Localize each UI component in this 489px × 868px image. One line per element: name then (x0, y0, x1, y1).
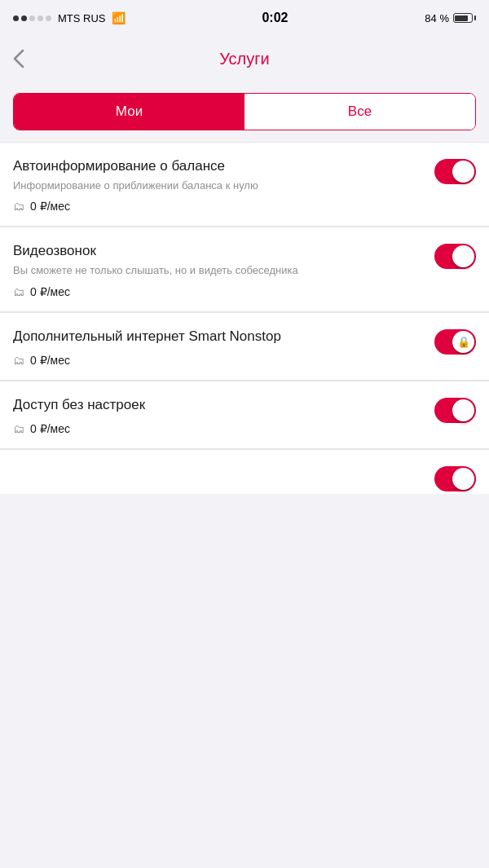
battery-tip (474, 15, 476, 20)
signal-dot-4 (37, 15, 43, 21)
service-text-3: Дополнительный интернет Smart Nonstop 🗂 … (13, 328, 434, 367)
service-text-5 (13, 465, 425, 481)
battery-fill (455, 15, 468, 21)
service-group-5 (0, 449, 489, 494)
carrier-text: MTS RUS (58, 12, 106, 24)
signal-dot-3 (29, 15, 35, 21)
toggle-5[interactable] (434, 466, 476, 491)
service-desc-2: Вы сможете не только слышать, но и видет… (13, 263, 434, 278)
price-value-3: 0 ₽/мес (30, 354, 70, 367)
price-value-2: 0 ₽/мес (30, 285, 70, 298)
status-right: 84 % (425, 12, 476, 24)
services-list: Автоинформирование о балансе Информирова… (0, 142, 489, 494)
service-group-2: Видеозвонок Вы сможете не только слышать… (0, 227, 489, 311)
lock-icon: 🔒 (457, 336, 470, 348)
service-item-5[interactable] (0, 450, 489, 494)
price-value-4: 0 ₽/мес (30, 422, 70, 435)
toggle-locked-knob-3: 🔒 (452, 331, 474, 353)
wallet-icon-2: 🗂 (13, 285, 24, 298)
service-price-4: 🗂 0 ₽/мес (13, 422, 434, 435)
toggle-4[interactable] (434, 398, 476, 423)
service-group-3: Дополнительный интернет Smart Nonstop 🗂 … (0, 312, 489, 381)
toggle-2[interactable] (434, 244, 476, 269)
toggle-locked-bg-3: 🔒 (434, 329, 476, 355)
segment-control: Мои Все (13, 93, 476, 130)
service-item-inner-2: Видеозвонок Вы сможете не только слышать… (13, 242, 476, 297)
service-title-5 (13, 465, 425, 478)
service-title-3: Дополнительный интернет Smart Nonstop (13, 328, 434, 346)
battery-icon (453, 13, 476, 23)
segment-wrapper: Мои Все (0, 82, 489, 142)
tab-my[interactable]: Мои (14, 94, 244, 130)
wifi-icon: 📶 (112, 11, 126, 24)
service-title-1: Автоинформирование о балансе (13, 157, 434, 175)
service-item-4[interactable]: Доступ без настроек 🗂 0 ₽/мес (0, 381, 489, 449)
service-item-3[interactable]: Дополнительный интернет Smart Nonstop 🗂 … (0, 313, 489, 381)
toggle-knob-4 (452, 399, 474, 421)
service-price-3: 🗂 0 ₽/мес (13, 354, 434, 367)
toggle-knob-1 (452, 161, 474, 183)
service-item-1[interactable]: Автоинформирование о балансе Информирова… (0, 143, 489, 227)
tab-all[interactable]: Все (244, 94, 475, 130)
page-title: Услуги (219, 50, 270, 68)
service-price-2: 🗂 0 ₽/мес (13, 285, 434, 298)
status-left: MTS RUS 📶 (13, 11, 126, 24)
service-group-4: Доступ без настроек 🗂 0 ₽/мес (0, 381, 489, 449)
service-group-1: Автоинформирование о балансе Информирова… (0, 142, 489, 227)
status-bar: MTS RUS 📶 0:02 84 % (0, 0, 489, 36)
wallet-icon-3: 🗂 (13, 354, 24, 367)
toggle-1[interactable] (434, 159, 476, 184)
toggle-locked-3[interactable]: 🔒 (434, 329, 476, 355)
signal-dot-1 (13, 15, 19, 21)
battery-body (453, 13, 473, 23)
nav-bar: Услуги (0, 36, 489, 82)
service-text-2: Видеозвонок Вы сможете не только слышать… (13, 242, 434, 297)
toggle-knob-5 (452, 468, 474, 490)
service-price-1: 🗂 0 ₽/мес (13, 200, 434, 213)
service-title-2: Видеозвонок (13, 242, 434, 260)
service-text-1: Автоинформирование о балансе Информирова… (13, 157, 434, 213)
service-title-4: Доступ без настроек (13, 396, 434, 414)
service-item-2[interactable]: Видеозвонок Вы сможете не только слышать… (0, 227, 489, 311)
battery-percent: 84 % (425, 12, 449, 24)
back-button[interactable] (13, 49, 24, 68)
status-time: 0:02 (262, 11, 288, 25)
service-item-inner-1: Автоинформирование о балансе Информирова… (13, 157, 476, 213)
signal-dot-2 (21, 15, 27, 21)
wallet-icon-1: 🗂 (13, 200, 24, 213)
service-desc-1: Информирование о приближении баланса к н… (13, 178, 434, 193)
wallet-icon-4: 🗂 (13, 422, 24, 435)
signal-dots (13, 15, 51, 21)
service-text-4: Доступ без настроек 🗂 0 ₽/мес (13, 396, 434, 435)
service-item-inner-4: Доступ без настроек 🗂 0 ₽/мес (13, 396, 476, 435)
service-item-inner-3: Дополнительный интернет Smart Nonstop 🗂 … (13, 328, 476, 367)
signal-dot-5 (46, 15, 51, 21)
price-value-1: 0 ₽/мес (30, 200, 70, 213)
